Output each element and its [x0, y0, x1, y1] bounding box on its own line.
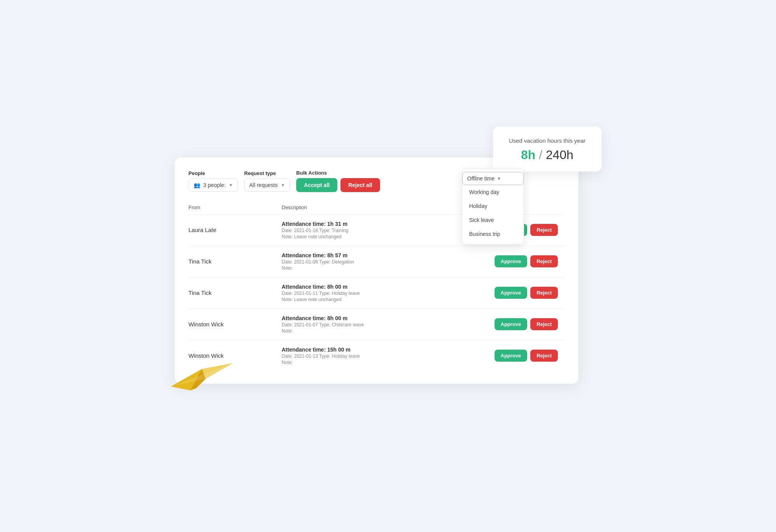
people-value: 3 people: [203, 182, 226, 188]
row-actions-1: Approve Reject [495, 255, 564, 267]
desc-line2-1: Note: [282, 265, 495, 271]
desc-line2-3: Note: [282, 328, 495, 334]
desc-line2-4: Note: [282, 360, 495, 365]
approve-button-1[interactable]: Approve [495, 255, 528, 267]
people-group: People 👥 3 people: ▼ [189, 170, 238, 192]
desc-line1-3: Date: 2021-01-07 Type: Childcare leave [282, 322, 495, 328]
table-row: Winston Wick Attendance time: 15h 00 m D… [189, 340, 564, 371]
request-type-value: All requests [249, 182, 278, 188]
request-type-dropdown[interactable]: All requests ▼ [244, 178, 290, 192]
paper-plane-decoration [167, 344, 237, 394]
vacation-separator: / [535, 148, 546, 162]
desc-line1-4: Date: 2021-01-13 Type: Holiday leave [282, 354, 495, 359]
vacation-total: 240h [546, 148, 573, 162]
bulk-actions-label: Bulk Actions [296, 170, 380, 176]
approve-button-3[interactable]: Approve [495, 318, 528, 330]
desc-line2-2: Note: Leave note unchanged [282, 297, 495, 302]
row-actions-4: Approve Reject [495, 350, 564, 362]
vacation-card: Used vacation hours this year 8h / 240h [493, 127, 602, 172]
people-dropdown[interactable]: 👥 3 people: ▼ [189, 178, 238, 192]
desc-title-4: Attendance time: 15h 00 m [282, 347, 495, 353]
row-desc-1: Attendance time: 8h 57 m Date: 2021-01-0… [282, 252, 495, 271]
dropdown-items: Working dayHolidaySick leaveBusiness tri… [462, 185, 524, 241]
offline-time-dropdown-menu: Offline time ▼ Working dayHolidaySick le… [462, 168, 524, 244]
desc-title-2: Attendance time: 8h 00 m [282, 284, 495, 290]
approve-button-4[interactable]: Approve [495, 350, 528, 362]
row-name-3: Winston Wick [189, 321, 282, 328]
row-desc-2: Attendance time: 8h 00 m Date: 2021-01-1… [282, 284, 495, 302]
desc-title-1: Attendance time: 8h 57 m [282, 252, 495, 258]
table-row: Tina Tick Attendance time: 8h 00 m Date:… [189, 277, 564, 308]
row-name-0: Laura Late [189, 227, 282, 233]
row-name-2: Tina Tick [189, 289, 282, 296]
vacation-used: 8h [521, 148, 535, 162]
dropdown-item-0[interactable]: Working day [462, 185, 524, 199]
offline-time-trigger[interactable]: Offline time ▼ [462, 172, 524, 185]
reject-all-button[interactable]: Reject all [340, 178, 380, 192]
offline-time-label: Offline time [467, 175, 495, 182]
people-icon: 👥 [194, 182, 200, 188]
col-from: From [189, 204, 282, 210]
desc-line1-2: Date: 2021-01-11 Type: Holiday leave [282, 291, 495, 296]
dropdown-item-1[interactable]: Holiday [462, 199, 524, 213]
request-type-chevron-icon: ▼ [281, 183, 285, 187]
dropdown-item-2[interactable]: Sick leave [462, 213, 524, 227]
vacation-hours: 8h / 240h [505, 148, 589, 162]
approve-button-2[interactable]: Approve [495, 287, 528, 299]
reject-button-0[interactable]: Reject [530, 224, 558, 236]
desc-title-3: Attendance time: 8h 00 m [282, 315, 495, 321]
reject-button-4[interactable]: Reject [530, 350, 558, 362]
reject-button-1[interactable]: Reject [530, 255, 558, 267]
bulk-actions-group: Bulk Actions Accept all Reject all [296, 170, 380, 192]
accept-all-button[interactable]: Accept all [296, 178, 337, 192]
row-desc-4: Attendance time: 15h 00 m Date: 2021-01-… [282, 347, 495, 365]
row-actions-3: Approve Reject [495, 318, 564, 330]
reject-button-3[interactable]: Reject [530, 318, 558, 330]
table-row: Tina Tick Attendance time: 8h 57 m Date:… [189, 246, 564, 277]
people-chevron-icon: ▼ [229, 183, 233, 187]
row-actions-2: Approve Reject [495, 287, 564, 299]
row-name-1: Tina Tick [189, 258, 282, 265]
table-row: Winston Wick Attendance time: 8h 00 m Da… [189, 308, 564, 340]
reject-button-2[interactable]: Reject [530, 287, 558, 299]
vacation-title: Used vacation hours this year [505, 137, 589, 144]
offline-time-chevron-icon: ▼ [497, 176, 501, 181]
people-label: People [189, 170, 238, 176]
row-desc-3: Attendance time: 8h 00 m Date: 2021-01-0… [282, 315, 495, 334]
request-type-label: Request type [244, 170, 290, 176]
desc-line1-1: Date: 2021-01-08 Type: Delegation [282, 259, 495, 265]
dropdown-item-3[interactable]: Business trip [462, 227, 524, 241]
svg-marker-4 [171, 363, 233, 386]
request-type-group: Request type All requests ▼ [244, 170, 290, 192]
